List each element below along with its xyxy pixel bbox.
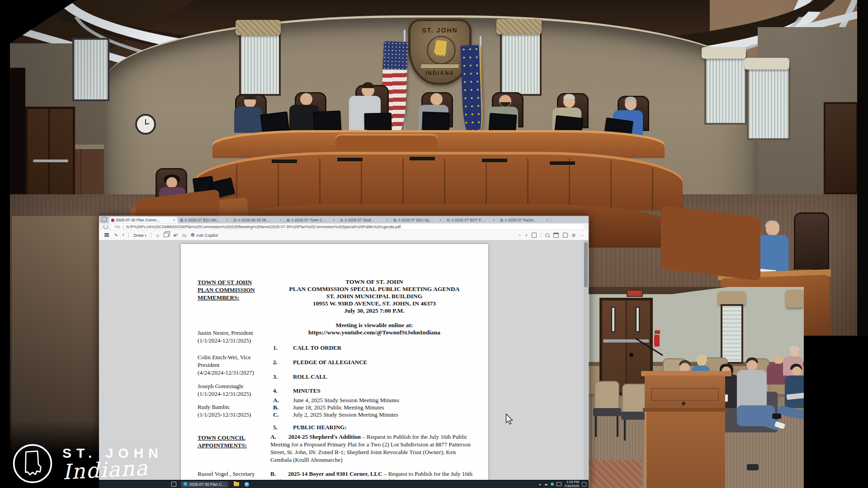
windows-taskbar: 2025-07-30 Plan C… ▲ ☁ 1:03 PM 7/30/2025 xyxy=(99,480,589,488)
edge-task-button[interactable]: 2025-07-30 Plan C… xyxy=(181,481,228,488)
door-window-slit xyxy=(636,307,640,332)
tab-close-icon[interactable]: × xyxy=(493,218,495,222)
browser-tab[interactable]: A 2025 07 BZA Sp…× xyxy=(391,217,444,223)
browser-tab[interactable]: A 2025-06-30 Mi…× xyxy=(231,217,284,223)
tab-close-icon[interactable]: × xyxy=(173,218,175,222)
tab-close-icon[interactable]: × xyxy=(546,218,548,222)
tray-expand-icon[interactable]: ▲ xyxy=(538,483,542,486)
valance-back-left xyxy=(236,20,281,35)
person-head xyxy=(766,222,779,236)
zoom-in-button[interactable]: + xyxy=(525,233,528,238)
commissioner xyxy=(234,107,262,133)
window-right-2 xyxy=(747,63,790,140)
inset-tile-patch xyxy=(588,460,642,488)
side-chair xyxy=(794,212,829,270)
valance-right-2 xyxy=(744,58,789,70)
toolbar-divider xyxy=(151,232,151,238)
browser-address-bar: File | N:/P%20PLAN%20COMMISSION/Plan%20C… xyxy=(99,223,589,230)
browser-tab[interactable]: A 2025 07 Stud…× xyxy=(338,217,391,223)
reload-icon[interactable] xyxy=(104,225,108,229)
pen-icon[interactable]: ✎ xyxy=(114,233,118,238)
tab-search-icon[interactable] xyxy=(102,217,107,222)
mouse-cursor xyxy=(505,414,514,425)
draw-button[interactable]: Draw ▾ xyxy=(133,233,146,238)
browser-tab-bar: 2025-07-30 Plan Comm… × A 2025-07 BZA Me… xyxy=(99,216,589,223)
fire-extinguisher-sign xyxy=(655,330,660,334)
tab-close-icon[interactable]: × xyxy=(333,218,335,222)
tab-close-icon[interactable]: × xyxy=(439,218,442,222)
inset-valance-partial xyxy=(786,290,804,308)
window-far-left xyxy=(72,38,109,101)
audience-chair-seat xyxy=(593,408,621,416)
seal-bottom-text: INDIANA xyxy=(410,70,469,76)
tab-title: 2025-07-30 Plan Comm… xyxy=(116,218,172,222)
tab-title: A 2025-07 BZA Me… xyxy=(184,218,225,222)
pdf-page xyxy=(181,244,488,480)
tab-close-icon[interactable]: × xyxy=(226,218,228,222)
highlight-icon[interactable]: ◇ xyxy=(156,233,159,238)
tab-title: A 2025 07 Packe… xyxy=(505,218,545,222)
taskbar-clock[interactable]: 1:03 PM 7/30/2025 xyxy=(564,480,579,488)
zoom-out-button[interactable]: − xyxy=(519,233,521,238)
scrollbar-thumb[interactable] xyxy=(584,242,588,287)
app-icon[interactable] xyxy=(245,482,249,487)
person-head xyxy=(790,348,799,357)
person-head xyxy=(697,357,706,366)
clock-date: 7/30/2025 xyxy=(564,484,579,488)
show-desktop-icon[interactable] xyxy=(582,482,586,487)
browser-tab[interactable]: A 2025-07 BZA Me…× xyxy=(178,217,231,223)
browser-tab[interactable]: A 2025-07 BOT P…× xyxy=(444,217,498,223)
nameplate xyxy=(271,159,297,164)
more-options-icon[interactable]: ⋯ xyxy=(580,233,585,238)
search-icon[interactable] xyxy=(545,233,549,237)
chair-leg xyxy=(624,420,626,441)
page-view-icon[interactable] xyxy=(164,233,169,237)
desk-monitor xyxy=(313,110,341,131)
person-head xyxy=(430,93,443,105)
display-icon[interactable] xyxy=(557,482,561,486)
tab-close-icon[interactable]: × xyxy=(279,218,282,222)
exit-sign xyxy=(627,290,643,297)
file-explorer-icon[interactable] xyxy=(234,482,239,486)
chair-leg xyxy=(617,416,618,437)
settings-gear-icon[interactable]: ⚙ xyxy=(572,233,576,238)
pdf-toolbar: ✎ ▾ Draw ▾ ◇ A² A) Ask Copilot − + ⚙ ⋯ xyxy=(99,230,589,240)
stream-logo-text: ST. JOHN Indiana xyxy=(62,446,163,482)
url-text: N:/P%20PLAN%20COMMISSION/Plan%20Commissi… xyxy=(126,225,401,229)
text-size-icon[interactable]: A² xyxy=(173,233,178,238)
print-icon[interactable] xyxy=(553,233,559,238)
indiana-outline-icon xyxy=(12,443,53,484)
inset-ceiling-sliver xyxy=(588,287,728,294)
tab-title: A 2025-06-30 Mi… xyxy=(238,218,278,222)
cloud-icon[interactable]: ☁ xyxy=(544,482,548,486)
system-tray: ▲ ☁ 1:03 PM 7/30/2025 xyxy=(538,480,589,488)
url-field[interactable]: File | N:/P%20PLAN%20COMMISSION/Plan%20C… xyxy=(111,224,584,229)
ask-copilot-button[interactable]: Ask Copilot xyxy=(191,233,218,238)
nameplate xyxy=(337,157,363,162)
logo-script: Indiana xyxy=(62,455,164,484)
edge-icon xyxy=(184,482,188,486)
do c-favicon xyxy=(287,219,290,222)
tab-close-icon[interactable]: × xyxy=(386,218,388,222)
dais-right-return xyxy=(661,205,760,281)
desk-monitor xyxy=(422,112,449,132)
read-aloud-icon[interactable]: A) xyxy=(182,233,186,238)
doc-favicon xyxy=(233,219,236,222)
person-hair xyxy=(563,94,575,99)
browser-tab[interactable]: A 2025 07 Packe…× xyxy=(498,217,551,223)
chevron-down-icon[interactable]: ▾ xyxy=(123,233,124,237)
window-back-right xyxy=(500,25,542,96)
doc-favicon xyxy=(180,219,183,222)
us-flag-canton xyxy=(383,41,408,70)
status-icon[interactable] xyxy=(551,483,554,486)
doc-favicon xyxy=(393,219,396,222)
browser-tab[interactable]: A 2025-07 Town C…× xyxy=(284,217,338,223)
file-scheme-label: File xyxy=(114,225,121,229)
door-window-slit xyxy=(611,307,615,332)
minimized-window-icon[interactable] xyxy=(171,482,176,487)
save-icon[interactable] xyxy=(563,233,568,238)
fit-page-icon[interactable] xyxy=(532,233,537,238)
valance-back-right xyxy=(496,19,542,34)
browser-tab-active[interactable]: 2025-07-30 Plan Comm… × xyxy=(109,217,178,223)
menu-icon[interactable] xyxy=(104,235,109,235)
